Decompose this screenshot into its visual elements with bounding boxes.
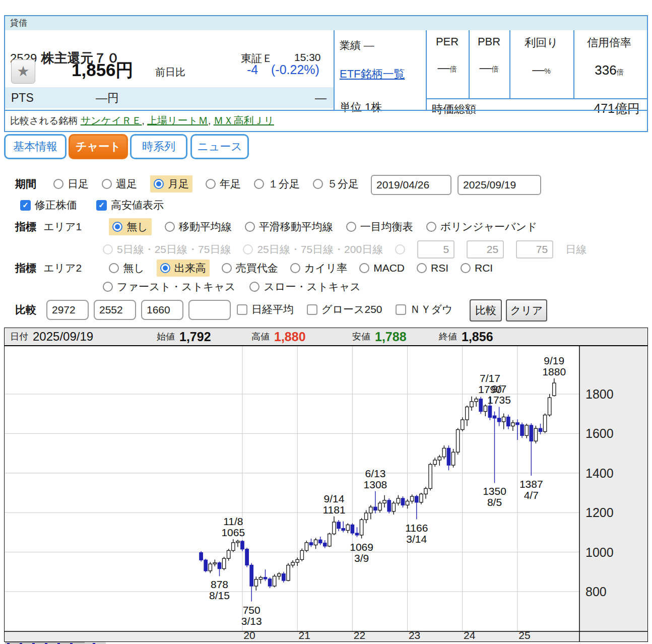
radio-icon bbox=[254, 179, 264, 189]
stat-unit: 倍 bbox=[492, 65, 499, 73]
area1-option-3[interactable]: 一目均衡表 bbox=[346, 220, 413, 234]
radio-icon bbox=[243, 244, 253, 254]
svg-text:1200: 1200 bbox=[585, 505, 614, 520]
tab-1[interactable]: チャート bbox=[69, 134, 128, 159]
area1-sub-option-1[interactable]: 25日線・75日線・200日線 bbox=[243, 242, 383, 256]
checkbox-label: グロース250 bbox=[321, 302, 382, 316]
option-label: ５分足 bbox=[327, 177, 359, 191]
radio-icon bbox=[249, 282, 259, 292]
area2-option-3[interactable]: カイリ率 bbox=[290, 261, 347, 275]
favorite-star-button[interactable]: ★ bbox=[11, 59, 35, 84]
area2-option-1[interactable]: 出来高 bbox=[157, 260, 210, 277]
price-option-1[interactable]: ✓高安値表示 bbox=[96, 198, 164, 212]
price-option-0[interactable]: ✓修正株価 bbox=[20, 198, 77, 212]
period-option-5[interactable]: ５分足 bbox=[313, 177, 359, 191]
area1-option-4[interactable]: ボリンジャーバンド bbox=[426, 220, 538, 234]
compare-index-checkboxes: 日経平均グロース250ＮＹダウ bbox=[237, 302, 453, 316]
divider bbox=[469, 30, 470, 98]
market-cap-label: 時価総額 bbox=[432, 102, 476, 117]
radio-icon bbox=[313, 179, 323, 189]
similar-stock-link[interactable]: サンケイＲＥ bbox=[81, 115, 142, 126]
etf-list-link[interactable]: ETF銘柄一覧 bbox=[340, 67, 405, 82]
option-label: 平滑移動平均線 bbox=[259, 220, 333, 234]
clear-button[interactable]: クリア bbox=[506, 299, 547, 321]
checkbox-label: 高安値表示 bbox=[111, 198, 164, 212]
area2-sub-option-1[interactable]: スロー・ストキャス bbox=[249, 280, 360, 294]
period-option-1[interactable]: 週足 bbox=[102, 177, 137, 191]
radio-icon bbox=[346, 222, 356, 232]
option-label: RSI bbox=[431, 262, 448, 274]
option-label: 出来高 bbox=[174, 261, 206, 275]
area2-option-5[interactable]: RSI bbox=[417, 262, 448, 274]
radio-icon bbox=[245, 222, 255, 232]
area2-option-0[interactable]: 無し bbox=[109, 261, 145, 275]
stat-unit: 倍 bbox=[450, 65, 457, 73]
area2-sub-option-0[interactable]: ファースト・ストキャス bbox=[103, 280, 235, 294]
compare-index-0[interactable]: 日経平均 bbox=[237, 302, 294, 316]
checkbox-icon: ✓ bbox=[20, 200, 31, 211]
radio-icon bbox=[359, 263, 369, 273]
area2-option-4[interactable]: MACD bbox=[359, 262, 405, 274]
date-from-input[interactable] bbox=[371, 175, 451, 195]
compare-index-1[interactable]: グロース250 bbox=[307, 302, 382, 316]
compare-code-input-0[interactable] bbox=[46, 300, 89, 320]
period-option-4[interactable]: １分足 bbox=[254, 177, 300, 191]
period-row: 期間 日足週足月足年足１分足５分足 bbox=[15, 175, 359, 192]
svg-text:750: 750 bbox=[243, 604, 260, 616]
similar-label: 比較される銘柄 bbox=[10, 115, 81, 126]
compare-code-input-3[interactable] bbox=[188, 300, 231, 320]
quote-time: 15:30 bbox=[294, 51, 321, 63]
ma-days-suffix: 日線 bbox=[565, 242, 586, 256]
quote-header: 貸借 2529株主還元７０ 東証Ｅ 15:30 ★ 1,856円 前日比 -4 … bbox=[4, 15, 648, 132]
stat-value: — bbox=[532, 62, 544, 76]
market-cap-value: 471億円 bbox=[594, 100, 640, 117]
stat-unit: % bbox=[544, 67, 550, 75]
svg-text:1069: 1069 bbox=[350, 541, 373, 553]
svg-text:1880: 1880 bbox=[542, 366, 566, 377]
compare-code-input-2[interactable] bbox=[141, 300, 183, 320]
volume-box bbox=[85, 642, 106, 644]
date-to-input[interactable] bbox=[458, 175, 541, 195]
similar-stock-link[interactable]: ＭＸ高利Ｊリ bbox=[214, 115, 274, 126]
close-label: 終値 bbox=[439, 331, 457, 343]
ma-days-input-1[interactable] bbox=[467, 240, 504, 259]
open-value: 1,792 bbox=[179, 330, 211, 344]
radio-icon bbox=[165, 222, 175, 232]
compare-button[interactable]: 比較 bbox=[470, 299, 502, 321]
option-label: 年足 bbox=[220, 177, 241, 191]
similar-stock-link[interactable]: 上場リートＭ bbox=[147, 115, 208, 126]
area1-sub-option-0[interactable]: 5日線・25日線・75日線 bbox=[103, 242, 231, 256]
star-icon: ★ bbox=[17, 63, 29, 79]
area1-option-1[interactable]: 移動平均線 bbox=[165, 220, 232, 234]
date-label: 日付 bbox=[10, 331, 28, 343]
area1-sub-option-custom[interactable] bbox=[395, 244, 405, 254]
svg-text:1000: 1000 bbox=[585, 545, 614, 559]
tab-2[interactable]: 時系列 bbox=[130, 134, 187, 159]
area1-option-2[interactable]: 平滑移動平均線 bbox=[245, 220, 333, 234]
stat-label: PER bbox=[426, 35, 469, 48]
area2-option-6[interactable]: RCI bbox=[461, 262, 493, 274]
svg-text:1181: 1181 bbox=[322, 504, 345, 516]
svg-text:8/5: 8/5 bbox=[487, 496, 502, 508]
price-change: -4 bbox=[247, 62, 258, 77]
period-option-3[interactable]: 年足 bbox=[206, 177, 241, 191]
area2-option-2[interactable]: 売買代金 bbox=[222, 261, 278, 275]
radio-icon bbox=[109, 263, 119, 273]
option-label: MACD bbox=[373, 262, 405, 274]
current-price: 1,856円 bbox=[72, 58, 134, 82]
ma-days-input-0[interactable] bbox=[417, 240, 454, 259]
open-label: 始値 bbox=[157, 331, 175, 343]
period-option-2[interactable]: 月足 bbox=[150, 175, 192, 192]
compare-index-2[interactable]: ＮＹダウ bbox=[396, 302, 453, 316]
period-option-0[interactable]: 日足 bbox=[53, 177, 89, 191]
radio-icon bbox=[222, 263, 232, 273]
svg-text:3/13: 3/13 bbox=[241, 615, 262, 627]
compare-code-input-1[interactable] bbox=[94, 300, 136, 320]
ohlc-close: 終値 1,856 bbox=[439, 328, 493, 345]
tab-0[interactable]: 基本情報 bbox=[4, 134, 67, 159]
area1-option-0[interactable]: 無し bbox=[109, 218, 152, 235]
radio-icon bbox=[102, 179, 112, 189]
tab-3[interactable]: ニュース bbox=[190, 134, 249, 159]
stat-cell: 信用倍率336倍 bbox=[573, 35, 645, 78]
ma-days-input-2[interactable] bbox=[516, 240, 553, 259]
